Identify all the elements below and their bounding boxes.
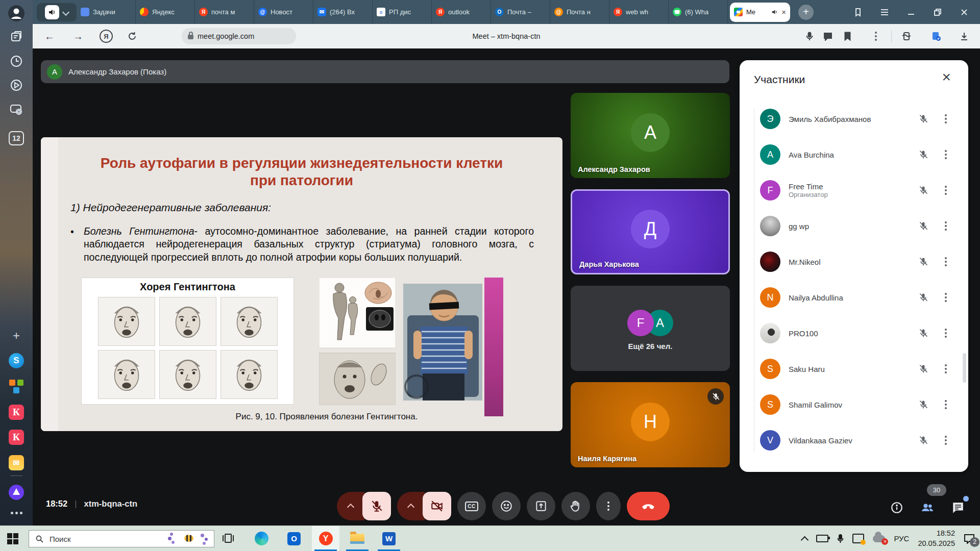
participant-row[interactable]: N Nailya Abdullina: [740, 280, 968, 315]
participant-menu-icon[interactable]: [945, 293, 947, 302]
present-button[interactable]: [527, 492, 555, 520]
calendar-icon[interactable]: 12: [0, 128, 33, 148]
history-clock-icon[interactable]: [0, 51, 33, 71]
taskbar-outlook-icon[interactable]: O: [280, 526, 308, 551]
reactions-button[interactable]: [492, 492, 521, 520]
mic-muted-button[interactable]: [362, 492, 391, 520]
raise-hand-button[interactable]: [561, 492, 590, 520]
people-button[interactable]: [918, 498, 937, 517]
battery-icon[interactable]: [816, 535, 828, 542]
more-controls-button[interactable]: [596, 492, 621, 520]
participant-muted-mic-icon[interactable]: [917, 435, 929, 445]
display-sync-icon[interactable]: [852, 534, 864, 543]
screenshot-icon[interactable]: [0, 99, 33, 120]
video-tile[interactable]: FA Ещё 26 чел.: [571, 286, 730, 371]
tray-expand-icon[interactable]: [802, 535, 807, 543]
add-shortcut-icon[interactable]: +: [0, 325, 33, 346]
back-button[interactable]: ←: [41, 28, 58, 44]
participant-row[interactable]: S Shamil Galimov: [740, 387, 968, 422]
browser-tab[interactable]: ✉ (264) Вх ×: [313, 0, 373, 24]
tab-sound-control[interactable]: [37, 3, 77, 21]
tab-close-icon[interactable]: ×: [781, 8, 786, 16]
participant-row[interactable]: gg wp: [740, 208, 968, 244]
menu-icon[interactable]: [876, 4, 893, 21]
url-field[interactable]: meet.google.com: [182, 28, 296, 44]
start-button[interactable]: [7, 533, 18, 544]
camera-options-button[interactable]: [397, 492, 425, 520]
feed-panels-icon[interactable]: [0, 27, 33, 47]
extensions-panel-icon[interactable]: [898, 28, 915, 44]
onedrive-error-icon[interactable]: [873, 535, 885, 542]
browser-tab[interactable]: Я web wh ×: [609, 0, 669, 24]
bookmark-flag-icon[interactable]: [839, 28, 856, 44]
taskbar-yandex-icon[interactable]: Y: [312, 526, 339, 551]
taskbar-search[interactable]: Поиск: [29, 530, 214, 547]
bookmarks-panel-icon[interactable]: [849, 4, 867, 21]
forward-button[interactable]: →: [69, 28, 87, 44]
browser-tab[interactable]: ≡ РП дис ×: [373, 0, 432, 24]
panel-scrollbar[interactable]: [963, 353, 966, 383]
action-center-icon[interactable]: 2: [964, 534, 975, 544]
video-tile[interactable]: Д Дарья Харькова: [571, 189, 730, 274]
downloads-icon[interactable]: [955, 28, 973, 44]
participant-row[interactable]: PRO100: [740, 315, 968, 351]
profile-avatar-icon[interactable]: [0, 3, 33, 23]
participant-row[interactable]: Э Эмиль Хабибрахманов: [740, 101, 968, 137]
participant-menu-icon[interactable]: [945, 257, 947, 266]
participant-muted-mic-icon[interactable]: [917, 114, 929, 124]
browser-tab[interactable]: Я outlook ×: [432, 0, 491, 24]
participant-menu-icon[interactable]: [945, 221, 947, 231]
k-app-icon-2[interactable]: К: [0, 427, 33, 447]
participant-menu-icon[interactable]: [945, 186, 947, 195]
browser-tab[interactable]: O Почта – ×: [491, 0, 550, 24]
participant-menu-icon[interactable]: [945, 150, 947, 159]
participant-menu-icon[interactable]: [945, 114, 947, 123]
tab-sound-icon[interactable]: [771, 9, 778, 15]
participant-muted-mic-icon[interactable]: [917, 185, 929, 195]
end-call-button[interactable]: [627, 492, 670, 520]
browser-tab[interactable]: Me ×: [730, 3, 790, 22]
more-options-icon[interactable]: [867, 28, 885, 44]
participant-menu-icon[interactable]: [945, 400, 947, 409]
taskbar-edge-icon[interactable]: [248, 526, 275, 551]
participant-row[interactable]: A Ava Burchina: [740, 137, 968, 172]
new-tab-button[interactable]: +: [798, 5, 814, 20]
participant-row[interactable]: V Vildankaaa Gaziev: [740, 422, 968, 458]
participant-row[interactable]: S Saku Haru: [740, 351, 968, 387]
browser-tab[interactable]: ☎ (6) Wha ×: [669, 0, 728, 24]
chat-button[interactable]: [948, 498, 968, 517]
meeting-details-button[interactable]: [887, 498, 906, 517]
participant-muted-mic-icon[interactable]: [917, 399, 929, 410]
language-indicator[interactable]: РУС: [894, 534, 909, 543]
camera-off-button[interactable]: [423, 492, 451, 520]
chat-bubble-icon[interactable]: [819, 28, 837, 44]
video-tile[interactable]: А Александр Захаров: [571, 93, 730, 178]
yandex-mail-icon[interactable]: ✉: [0, 453, 33, 473]
tray-mic-icon[interactable]: [837, 534, 844, 543]
browser-tab[interactable]: Я почта м ×: [195, 0, 254, 24]
participant-menu-icon[interactable]: [945, 436, 947, 445]
participant-row[interactable]: F Free Time Организатор: [740, 172, 968, 208]
participant-muted-mic-icon[interactable]: [917, 221, 929, 231]
sidebar-more-icon[interactable]: [0, 503, 33, 523]
video-play-icon[interactable]: [0, 75, 33, 95]
tray-clock[interactable]: 18:52 20.05.2025: [918, 529, 955, 548]
reload-button[interactable]: [124, 28, 141, 44]
taskbar-word-icon[interactable]: W: [375, 526, 403, 551]
participant-muted-mic-icon[interactable]: [917, 149, 929, 160]
minimize-icon[interactable]: [902, 4, 920, 21]
alice-assistant-icon[interactable]: [0, 482, 33, 503]
skype-icon[interactable]: S: [0, 350, 33, 371]
taskbar-explorer-icon[interactable]: [344, 526, 371, 551]
presentation-slide[interactable]: Роль аутофагии в регуляции жизнедеятельн…: [41, 137, 562, 431]
mic-options-button[interactable]: [337, 492, 364, 520]
office-squares-icon[interactable]: [0, 376, 33, 396]
panel-close-icon[interactable]: ×: [942, 69, 951, 85]
yandex-home-button[interactable]: Я: [97, 28, 115, 44]
voice-mic-icon[interactable]: [801, 28, 818, 44]
protect-extension-icon[interactable]: [927, 28, 945, 44]
captions-button[interactable]: CC: [457, 492, 486, 520]
browser-tab[interactable]: @ Новост ×: [254, 0, 313, 24]
restore-icon[interactable]: [929, 4, 946, 21]
participant-muted-mic-icon[interactable]: [917, 292, 929, 303]
